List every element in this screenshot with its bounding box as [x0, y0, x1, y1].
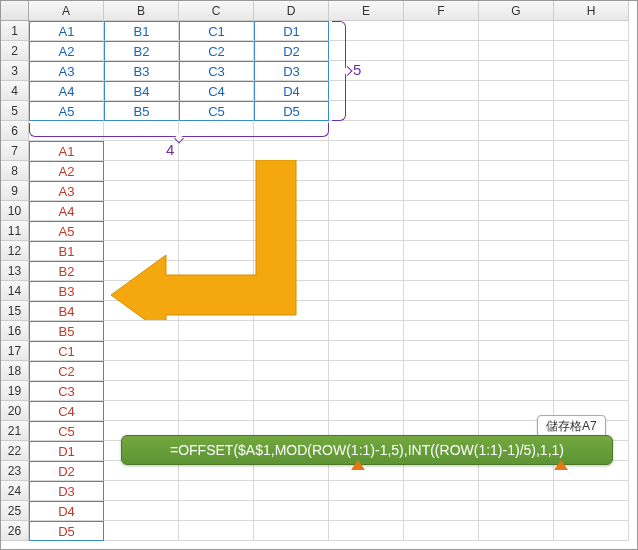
cell[interactable] — [179, 361, 254, 381]
cell[interactable] — [404, 181, 479, 201]
col-header[interactable]: E — [329, 1, 404, 21]
cell[interactable] — [104, 521, 179, 541]
row-header[interactable]: 7 — [1, 141, 29, 161]
cell[interactable] — [554, 481, 629, 501]
cell[interactable] — [554, 21, 629, 41]
cell[interactable] — [179, 381, 254, 401]
cell[interactable] — [329, 341, 404, 361]
cell[interactable] — [479, 341, 554, 361]
cell[interactable] — [104, 341, 179, 361]
cell[interactable] — [554, 281, 629, 301]
cell[interactable] — [104, 241, 179, 261]
cell[interactable]: B3 — [104, 61, 179, 81]
cell[interactable] — [104, 261, 179, 281]
row-header[interactable]: 12 — [1, 241, 29, 261]
cell[interactable] — [479, 81, 554, 101]
cell[interactable] — [554, 161, 629, 181]
cell[interactable] — [329, 481, 404, 501]
row-header[interactable]: 24 — [1, 481, 29, 501]
cell[interactable] — [179, 201, 254, 221]
cell[interactable] — [254, 301, 329, 321]
cell[interactable] — [104, 501, 179, 521]
cell[interactable] — [479, 481, 554, 501]
cell[interactable]: D5 — [254, 101, 329, 121]
cell[interactable] — [404, 521, 479, 541]
cell[interactable] — [554, 141, 629, 161]
cell[interactable] — [479, 181, 554, 201]
cell[interactable] — [404, 101, 479, 121]
row-header[interactable]: 23 — [1, 461, 29, 481]
cell[interactable]: B4 — [29, 301, 104, 321]
cell[interactable] — [404, 161, 479, 181]
cell[interactable]: A5 — [29, 101, 104, 121]
cell[interactable] — [254, 521, 329, 541]
cell[interactable]: C1 — [29, 341, 104, 361]
cell[interactable] — [179, 481, 254, 501]
cell[interactable] — [104, 221, 179, 241]
row-header[interactable]: 5 — [1, 101, 29, 121]
cell[interactable]: B2 — [104, 41, 179, 61]
cell[interactable] — [329, 161, 404, 181]
cell[interactable] — [479, 301, 554, 321]
cell[interactable] — [404, 261, 479, 281]
cell[interactable] — [404, 201, 479, 221]
cell[interactable] — [179, 401, 254, 421]
cell[interactable] — [554, 261, 629, 281]
row-header[interactable]: 20 — [1, 401, 29, 421]
row-header[interactable]: 17 — [1, 341, 29, 361]
row-header[interactable]: 21 — [1, 421, 29, 441]
cell[interactable] — [404, 481, 479, 501]
row-header[interactable]: 15 — [1, 301, 29, 321]
cell[interactable]: C3 — [179, 61, 254, 81]
cell[interactable]: A5 — [29, 221, 104, 241]
cell[interactable]: D5 — [29, 521, 104, 541]
row-header[interactable]: 9 — [1, 181, 29, 201]
cell[interactable] — [479, 41, 554, 61]
row-header[interactable]: 11 — [1, 221, 29, 241]
cell[interactable] — [254, 261, 329, 281]
cell[interactable] — [404, 81, 479, 101]
row-header[interactable]: 1 — [1, 21, 29, 41]
cell[interactable] — [554, 241, 629, 261]
select-all-corner[interactable] — [1, 1, 29, 21]
row-header[interactable]: 18 — [1, 361, 29, 381]
row-header[interactable]: 14 — [1, 281, 29, 301]
cell[interactable] — [254, 161, 329, 181]
cell[interactable] — [179, 141, 254, 161]
cell[interactable] — [479, 201, 554, 221]
cell[interactable]: C4 — [29, 401, 104, 421]
cell[interactable] — [554, 361, 629, 381]
cell[interactable] — [479, 261, 554, 281]
cell[interactable] — [554, 41, 629, 61]
cell[interactable] — [479, 61, 554, 81]
cell[interactable] — [104, 481, 179, 501]
cell[interactable] — [254, 281, 329, 301]
cell[interactable] — [254, 401, 329, 421]
cell[interactable] — [329, 401, 404, 421]
cell[interactable] — [329, 241, 404, 261]
cell[interactable] — [179, 241, 254, 261]
cell[interactable] — [404, 381, 479, 401]
row-header[interactable]: 2 — [1, 41, 29, 61]
cell[interactable] — [104, 321, 179, 341]
cell[interactable] — [254, 341, 329, 361]
cell[interactable] — [179, 221, 254, 241]
cell[interactable] — [479, 521, 554, 541]
cell[interactable] — [179, 181, 254, 201]
row-header[interactable]: 8 — [1, 161, 29, 181]
row-header[interactable]: 6 — [1, 121, 29, 141]
cell[interactable] — [329, 521, 404, 541]
col-header[interactable]: G — [479, 1, 554, 21]
cell[interactable] — [329, 201, 404, 221]
cell[interactable] — [179, 321, 254, 341]
cell[interactable] — [554, 221, 629, 241]
cell[interactable] — [479, 501, 554, 521]
cell[interactable] — [479, 141, 554, 161]
cell[interactable] — [254, 241, 329, 261]
cell[interactable] — [254, 221, 329, 241]
cell[interactable] — [329, 141, 404, 161]
cell[interactable] — [104, 301, 179, 321]
cell[interactable] — [479, 101, 554, 121]
cell[interactable] — [404, 401, 479, 421]
cell[interactable]: B3 — [29, 281, 104, 301]
